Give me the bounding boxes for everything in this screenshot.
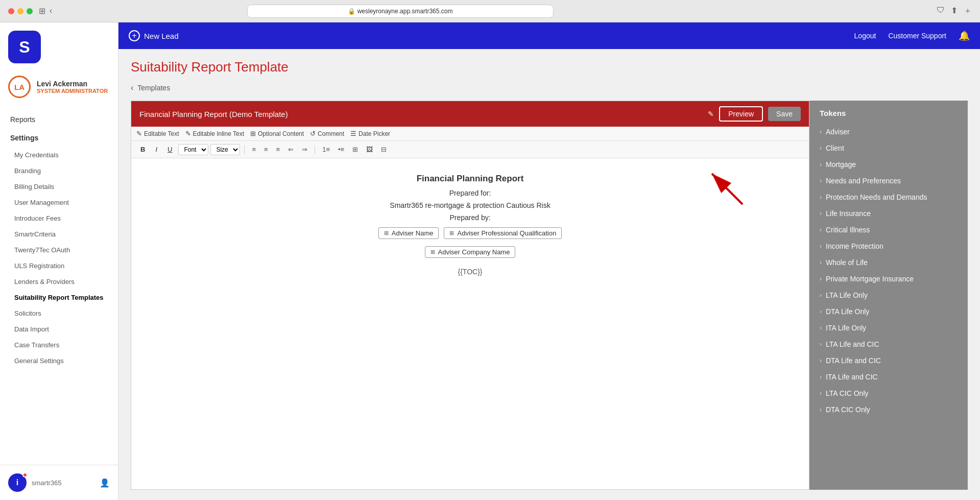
editable-text-tool[interactable]: ✎ Editable Text xyxy=(136,130,179,137)
align-left-button[interactable]: ≡ xyxy=(249,144,259,155)
preview-button[interactable]: Preview xyxy=(719,106,763,122)
breadcrumb[interactable]: ‹ Templates xyxy=(131,83,968,92)
table-button[interactable]: ⊟ xyxy=(378,144,390,155)
image-button[interactable]: 🖼 xyxy=(363,144,376,155)
new-lead-button[interactable]: + New Lead xyxy=(129,30,179,41)
token-life-insurance[interactable]: › Life Insurance xyxy=(809,205,968,222)
sidebar-item-billing-details[interactable]: Billing Details xyxy=(0,179,118,195)
bold-button[interactable]: B xyxy=(136,144,149,155)
align-center-button[interactable]: ≡ xyxy=(261,144,271,155)
sidebar-item-case-transfers[interactable]: Case Transfers xyxy=(0,337,118,353)
underline-button[interactable]: U xyxy=(163,144,176,155)
token-client[interactable]: › Client xyxy=(809,140,968,156)
ordered-list-button[interactable]: 1≡ xyxy=(319,144,333,155)
sidebar-item-uls-registration[interactable]: ULS Registration xyxy=(0,258,118,274)
chevron-dta-cic-icon: › xyxy=(820,357,822,364)
italic-button[interactable]: I xyxy=(151,144,161,155)
back-forward-icon[interactable]: ‹ xyxy=(50,6,52,16)
adviser-company-name-tag[interactable]: ⊞ Adviser Company Name xyxy=(425,246,516,258)
token-lta-cic-only[interactable]: › LTA CIC Only xyxy=(809,385,968,401)
token-ita-life-cic[interactable]: › ITA Life and CIC xyxy=(809,369,968,385)
page-inner: Suitability Report Template ‹ Templates … xyxy=(118,49,980,500)
chevron-lta-cic-icon: › xyxy=(820,341,822,348)
maximize-dot[interactable] xyxy=(27,8,33,14)
token-critical-illness[interactable]: › Critical Illness xyxy=(809,222,968,238)
minimize-dot[interactable] xyxy=(17,8,23,14)
token-lta-life-label: LTA Life Only xyxy=(826,291,868,299)
bullet-list-button[interactable]: ⊞ xyxy=(349,144,361,155)
sidebar-logo: S xyxy=(0,22,118,72)
sidebar-item-solicitors[interactable]: Solicitors xyxy=(0,305,118,321)
unordered-list-button[interactable]: •≡ xyxy=(335,144,347,155)
sidebar-item-suitability-report-templates[interactable]: Suitability Report Templates xyxy=(0,290,118,305)
close-dot[interactable] xyxy=(8,8,14,14)
size-selector[interactable]: Size xyxy=(210,144,240,155)
editor-body[interactable]: Financial Planning Report Prepared for: … xyxy=(131,158,809,489)
token-dta-life-cic[interactable]: › DTA Life and CIC xyxy=(809,352,968,369)
token-whole-of-life[interactable]: › Whole of Life xyxy=(809,254,968,271)
person-icon: 👤 xyxy=(100,478,110,488)
sidebar-item-user-management[interactable]: User Management xyxy=(0,195,118,210)
token-dta-cic-only[interactable]: › DTA CIC Only xyxy=(809,401,968,418)
align-right-button[interactable]: ≡ xyxy=(273,144,283,155)
sidebar-item-introducer-fees[interactable]: Introducer Fees xyxy=(0,210,118,226)
token-protection-needs[interactable]: › Protection Needs and Demands xyxy=(809,189,968,205)
edit-template-name-icon[interactable]: ✎ xyxy=(708,110,714,118)
url-bar[interactable]: 🔒 wesleyronayne.app.smartr365.com xyxy=(247,5,554,18)
sidebar-item-lenders-providers[interactable]: Lenders & Providers xyxy=(0,274,118,290)
avatar: LA xyxy=(8,76,31,98)
token-needs-preferences[interactable]: › Needs and Preferences xyxy=(809,173,968,189)
comment-tool[interactable]: ↺ Comment xyxy=(310,130,344,137)
token-adviser[interactable]: › Adviser xyxy=(809,124,968,140)
token-lta-life-cic[interactable]: › LTA Life and CIC xyxy=(809,336,968,352)
user-name: Levi Ackerman xyxy=(37,80,108,88)
info-badge[interactable]: i xyxy=(8,473,27,492)
token-critical-illness-label: Critical Illness xyxy=(826,226,870,234)
new-tab-icon[interactable]: ＋ xyxy=(964,6,972,16)
font-selector[interactable]: Font xyxy=(178,144,208,155)
sidebar-item-smartrcriteria[interactable]: SmartrCriteria xyxy=(0,226,118,242)
editor-tags-row: ⊞ Adviser Name ⊞ Adviser Professional Qu… xyxy=(152,226,788,241)
logout-link[interactable]: Logout xyxy=(854,32,876,40)
sidebar-item-data-import[interactable]: Data Import xyxy=(0,321,118,337)
adviser-name-tag[interactable]: ⊞ Adviser Name xyxy=(378,227,439,239)
chevron-client-icon: › xyxy=(820,145,822,152)
comment-icon: ↺ xyxy=(310,130,316,137)
token-pmi-label: Private Mortgage Insurance xyxy=(826,275,914,283)
sidebar-item-reports[interactable]: Reports xyxy=(0,110,118,129)
sidebar-item-branding[interactable]: Branding xyxy=(0,163,118,179)
sidebar-item-twenty7tec-oauth[interactable]: Twenty7Tec OAuth xyxy=(0,242,118,258)
share-icon[interactable]: ⬆ xyxy=(951,6,958,16)
chevron-protection-icon: › xyxy=(820,194,822,201)
customer-support-link[interactable]: Customer Support xyxy=(888,32,946,40)
optional-content-tool[interactable]: ⊞ Optional Content xyxy=(250,130,304,137)
token-life-insurance-label: Life Insurance xyxy=(826,209,871,218)
token-mortgage-label: Mortgage xyxy=(826,160,856,169)
token-private-mortgage-insurance[interactable]: › Private Mortgage Insurance xyxy=(809,271,968,287)
sidebar-item-my-credentials[interactable]: My Credentials xyxy=(0,147,118,163)
adviser-professional-qualification-tag[interactable]: ⊞ Adviser Professional Qualification xyxy=(444,227,562,239)
breadcrumb-label: Templates xyxy=(137,84,170,92)
token-mortgage[interactable]: › Mortgage xyxy=(809,156,968,173)
toc-tag: {{TOC}} xyxy=(152,268,788,276)
editor-header: Financial Planning Report (Demo Template… xyxy=(131,101,809,127)
bell-icon[interactable]: 🔔 xyxy=(959,30,970,41)
chevron-whole-life-icon: › xyxy=(820,259,822,266)
sidebar-item-general-settings[interactable]: General Settings xyxy=(0,353,118,369)
token-dta-life-only[interactable]: › DTA Life Only xyxy=(809,303,968,320)
save-button[interactable]: Save xyxy=(768,107,801,121)
indent-increase-button[interactable]: ⇒ xyxy=(299,144,310,155)
editable-inline-text-tool[interactable]: ✎ Editable Inline Text xyxy=(185,130,245,137)
sidebar-toggle-icon[interactable]: ⊞ xyxy=(39,6,45,16)
date-picker-tool[interactable]: ☰ Date Picker xyxy=(350,130,390,137)
tokens-title: Tokens xyxy=(809,109,968,124)
token-income-protection-label: Income Protection xyxy=(826,242,883,250)
token-ita-life-only[interactable]: › ITA Life Only xyxy=(809,320,968,336)
date-picker-icon: ☰ xyxy=(350,130,356,137)
editable-text-label: Editable Text xyxy=(144,130,179,137)
editor-prepared-for: Prepared for: xyxy=(152,189,788,197)
token-income-protection[interactable]: › Income Protection xyxy=(809,238,968,254)
indent-decrease-button[interactable]: ⇐ xyxy=(285,144,297,155)
token-lta-life-only[interactable]: › LTA Life Only xyxy=(809,287,968,303)
adviser-name-tag-label: Adviser Name xyxy=(392,229,434,237)
